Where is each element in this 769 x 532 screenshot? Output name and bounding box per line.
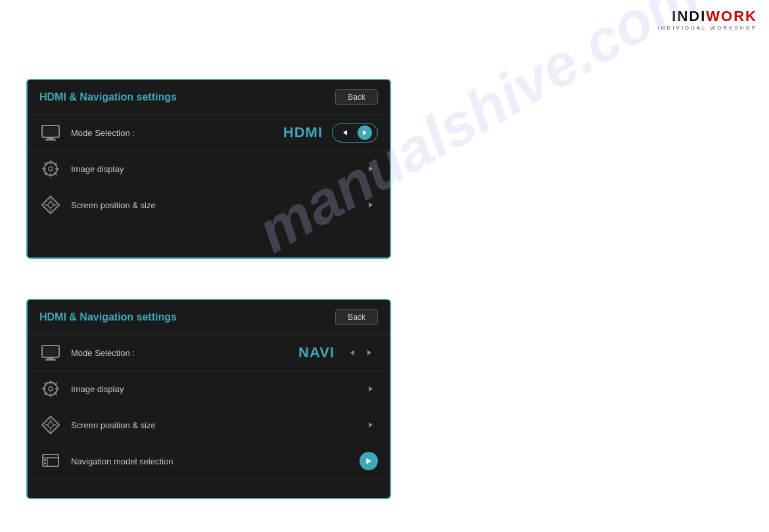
svg-marker-41 bbox=[42, 416, 59, 433]
navi-mode-selection-label: Mode Selection : bbox=[71, 348, 298, 358]
image-display-arrow[interactable] bbox=[363, 162, 378, 176]
logo-suffix: WORK bbox=[706, 8, 757, 24]
logo-prefix: INDI bbox=[672, 8, 706, 24]
nav-model-selection-row[interactable]: Navigation model selection bbox=[28, 443, 390, 479]
svg-point-42 bbox=[48, 422, 53, 428]
navi-mode-selection-icon bbox=[39, 342, 62, 364]
svg-marker-29 bbox=[367, 350, 371, 355]
navi-mode-arrow-right[interactable] bbox=[362, 345, 377, 360]
mode-selection-row: Mode Selection : HDMI bbox=[28, 115, 390, 151]
svg-marker-5 bbox=[363, 130, 367, 135]
navi-mode-arrow-left[interactable] bbox=[345, 345, 360, 360]
mode-arrow-group[interactable] bbox=[332, 123, 378, 143]
svg-point-31 bbox=[49, 387, 53, 391]
panel-navi-box: HDMI & Navigation settings Back Mode Sel… bbox=[26, 299, 391, 499]
navi-screen-position-label: Screen position & size bbox=[71, 420, 363, 430]
image-display-icon bbox=[39, 158, 62, 180]
image-display-row[interactable]: Image display bbox=[28, 151, 390, 187]
svg-marker-28 bbox=[350, 350, 354, 355]
logo-sub: INDIVIDUAL WORKSHOP bbox=[658, 25, 757, 31]
logo-brand: INDIWORK bbox=[658, 8, 757, 25]
screen-position-row[interactable]: Screen position & size bbox=[28, 187, 390, 223]
mode-selection-label: Mode Selection : bbox=[71, 128, 283, 138]
nav-model-selection-icon bbox=[39, 450, 62, 472]
image-display-label: Image display bbox=[71, 164, 363, 174]
svg-rect-2 bbox=[45, 139, 56, 141]
svg-rect-1 bbox=[47, 137, 54, 139]
navi-screen-position-icon bbox=[39, 414, 62, 436]
logo: INDIWORK INDIVIDUAL WORKSHOP bbox=[658, 8, 757, 31]
svg-marker-17 bbox=[42, 196, 59, 213]
panel-navi-title: HDMI & Navigation settings bbox=[39, 311, 177, 323]
screen-position-label: Screen position & size bbox=[71, 200, 363, 210]
navi-mode-selection-row: Mode Selection : NAVI bbox=[28, 335, 390, 371]
panel-navi-header: HDMI & Navigation settings Back bbox=[28, 300, 390, 335]
svg-rect-26 bbox=[45, 359, 56, 361]
panel-navi-spacer bbox=[28, 479, 390, 498]
mode-selection-value: HDMI bbox=[283, 124, 323, 141]
panel-hdmi-header: HDMI & Navigation settings Back bbox=[28, 80, 390, 115]
svg-point-7 bbox=[49, 167, 53, 171]
navi-screen-position-arrow[interactable] bbox=[363, 418, 378, 432]
mode-arrow-right[interactable] bbox=[358, 125, 372, 140]
navi-mode-selection-value: NAVI bbox=[298, 344, 335, 361]
panel-navi: HDMI & Navigation settings Back Mode Sel… bbox=[26, 299, 391, 499]
svg-marker-16 bbox=[369, 166, 373, 171]
mode-selection-icon bbox=[39, 122, 62, 144]
svg-marker-23 bbox=[369, 202, 373, 208]
svg-marker-40 bbox=[369, 386, 373, 391]
panel-hdmi-spacer bbox=[28, 223, 390, 257]
nav-model-selection-label: Navigation model selection bbox=[71, 456, 360, 466]
mode-arrow-left[interactable] bbox=[338, 125, 352, 140]
navi-image-display-arrow[interactable] bbox=[363, 382, 378, 396]
svg-rect-51 bbox=[44, 459, 46, 461]
svg-rect-3 bbox=[43, 127, 58, 136]
svg-rect-25 bbox=[47, 357, 54, 359]
svg-marker-4 bbox=[343, 130, 347, 135]
svg-rect-52 bbox=[44, 462, 46, 464]
navi-screen-position-row[interactable]: Screen position & size bbox=[28, 407, 390, 443]
svg-marker-47 bbox=[369, 422, 373, 428]
screen-position-arrow[interactable] bbox=[363, 198, 378, 212]
panel-hdmi-back-button[interactable]: Back bbox=[335, 89, 378, 105]
screen-position-icon bbox=[39, 194, 62, 216]
navi-mode-arrow-group[interactable] bbox=[344, 345, 378, 360]
panel-hdmi: HDMI & Navigation settings Back Mode Sel… bbox=[26, 79, 391, 259]
navi-image-display-label: Image display bbox=[71, 384, 363, 394]
panel-hdmi-title: HDMI & Navigation settings bbox=[39, 91, 177, 103]
nav-model-selection-arrow[interactable] bbox=[360, 452, 378, 470]
panel-hdmi-box: HDMI & Navigation settings Back Mode Sel… bbox=[26, 79, 391, 259]
panel-navi-back-button[interactable]: Back bbox=[335, 309, 378, 325]
svg-rect-27 bbox=[43, 347, 58, 356]
svg-marker-53 bbox=[366, 458, 371, 464]
navi-image-display-icon bbox=[39, 378, 62, 400]
svg-point-18 bbox=[48, 202, 53, 208]
navi-image-display-row[interactable]: Image display bbox=[28, 371, 390, 407]
